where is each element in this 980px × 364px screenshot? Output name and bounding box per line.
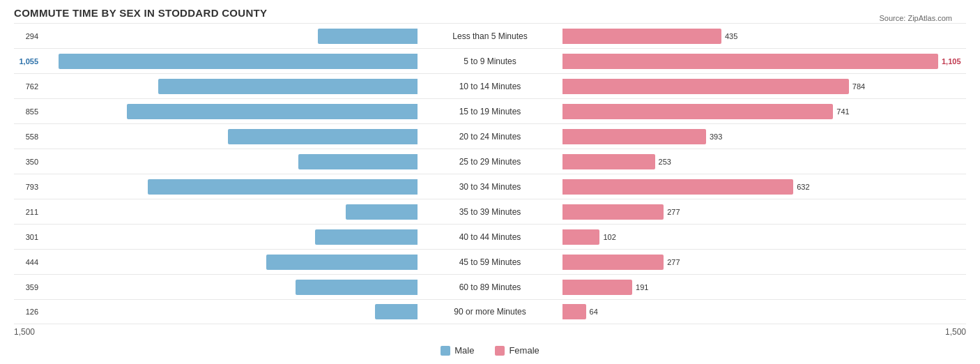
- male-bar-wrap: [42, 154, 418, 169]
- male-value: 350: [14, 158, 38, 166]
- male-bar-wrap: [42, 280, 418, 295]
- right-side: 1,105: [560, 49, 966, 73]
- table-row: 1,055 5 to 9 Minutes 1,105: [14, 48, 966, 73]
- row-label: 60 to 89 Minutes: [420, 282, 560, 292]
- right-side: 277: [560, 199, 966, 224]
- male-legend-label: Male: [454, 345, 474, 356]
- right-side: 632: [560, 174, 966, 199]
- left-side: 444: [14, 250, 420, 274]
- male-value: 294: [14, 32, 38, 40]
- right-side: 191: [560, 275, 966, 299]
- female-bar: [562, 29, 721, 44]
- row-label: 5 to 9 Minutes: [420, 56, 560, 66]
- female-value: 435: [725, 32, 749, 40]
- male-bar-wrap: [42, 54, 418, 69]
- right-side: 435: [560, 24, 966, 48]
- chart-title: COMMUTE TIME BY SEX IN STODDARD COUNTY: [14, 7, 966, 19]
- left-side: 793: [14, 174, 420, 199]
- male-value: 359: [14, 283, 38, 291]
- female-bar: [562, 154, 655, 169]
- table-row: 762 10 to 14 Minutes 784: [14, 73, 966, 98]
- right-side: 102: [560, 225, 966, 249]
- row-label: 30 to 34 Minutes: [420, 182, 560, 192]
- male-bar: [266, 255, 418, 270]
- right-side: 64: [560, 300, 966, 324]
- row-label: Less than 5 Minutes: [420, 31, 560, 41]
- male-bar-wrap: [42, 104, 418, 119]
- male-bar: [228, 129, 418, 144]
- male-bar: [127, 104, 418, 119]
- axis-right: 1,500: [945, 327, 966, 337]
- table-row: 855 15 to 19 Minutes 741: [14, 98, 966, 123]
- table-row: 444 45 to 59 Minutes 277: [14, 249, 966, 274]
- male-value: 1,055: [14, 57, 38, 66]
- female-legend-label: Female: [509, 345, 539, 356]
- male-bar: [298, 154, 418, 169]
- left-side: 294: [14, 24, 420, 48]
- right-side: 784: [560, 74, 966, 98]
- female-value: 64: [590, 308, 614, 316]
- female-value: 741: [836, 107, 861, 116]
- row-label: 20 to 24 Minutes: [420, 132, 560, 142]
- right-side: 741: [560, 99, 966, 123]
- male-bar: [375, 304, 418, 319]
- female-value: 393: [710, 132, 734, 141]
- table-row: 350 25 to 29 Minutes 253: [14, 149, 966, 174]
- right-side: 277: [560, 250, 966, 274]
- male-bar: [148, 179, 418, 195]
- male-bar: [59, 54, 418, 69]
- male-bar-wrap: [42, 255, 418, 270]
- legend-male: Male: [441, 345, 474, 356]
- male-value: 855: [14, 107, 38, 116]
- row-container: 294 Less than 5 Minutes 435 1,055 5 to 9…: [14, 23, 966, 324]
- axis-line: 1,500 1,500: [14, 324, 966, 340]
- female-bar: [562, 280, 632, 295]
- left-side: 1,055: [14, 49, 420, 73]
- male-value: 126: [14, 308, 38, 316]
- female-bar: [562, 54, 938, 69]
- row-label: 25 to 29 Minutes: [420, 157, 560, 167]
- male-bar-wrap: [42, 204, 418, 220]
- male-bar-wrap: [42, 129, 418, 144]
- male-bar: [315, 229, 418, 245]
- table-row: 294 Less than 5 Minutes 435: [14, 23, 966, 48]
- row-label: 10 to 14 Minutes: [420, 82, 560, 91]
- left-side: 558: [14, 124, 420, 149]
- left-side: 359: [14, 275, 420, 299]
- legend-female: Female: [495, 345, 539, 356]
- male-value: 301: [14, 233, 38, 241]
- left-side: 211: [14, 199, 420, 224]
- female-value: 632: [797, 183, 821, 191]
- left-side: 126: [14, 300, 420, 324]
- legend: Male Female: [14, 345, 966, 356]
- female-bar: [562, 255, 664, 270]
- female-bar: [562, 204, 664, 220]
- table-row: 126 90 or more Minutes 64: [14, 299, 966, 324]
- female-value: 277: [667, 208, 691, 216]
- male-bar: [296, 280, 418, 295]
- female-value: 102: [603, 233, 627, 241]
- table-row: 359 60 to 89 Minutes 191: [14, 274, 966, 299]
- female-bar: [562, 104, 833, 119]
- male-value: 558: [14, 132, 38, 141]
- male-bar-wrap: [42, 179, 418, 195]
- source-label: Source: ZipAtlas.com: [879, 14, 952, 22]
- row-label: 40 to 44 Minutes: [420, 232, 560, 242]
- chart-area: 294 Less than 5 Minutes 435 1,055 5 to 9…: [14, 23, 966, 356]
- male-value: 793: [14, 183, 38, 191]
- female-bar: [562, 304, 586, 319]
- female-value: 253: [659, 158, 683, 166]
- female-value: 191: [636, 283, 660, 291]
- male-bar: [318, 29, 418, 44]
- female-legend-box: [495, 346, 505, 356]
- left-side: 762: [14, 74, 420, 98]
- male-value: 762: [14, 82, 38, 91]
- table-row: 558 20 to 24 Minutes 393: [14, 123, 966, 149]
- left-side: 855: [14, 99, 420, 123]
- male-bar: [158, 79, 418, 94]
- female-value: 784: [852, 82, 877, 91]
- male-bar-wrap: [42, 29, 418, 44]
- table-row: 211 35 to 39 Minutes 277: [14, 199, 966, 224]
- female-value: 1,105: [942, 57, 966, 66]
- row-label: 15 to 19 Minutes: [420, 107, 560, 116]
